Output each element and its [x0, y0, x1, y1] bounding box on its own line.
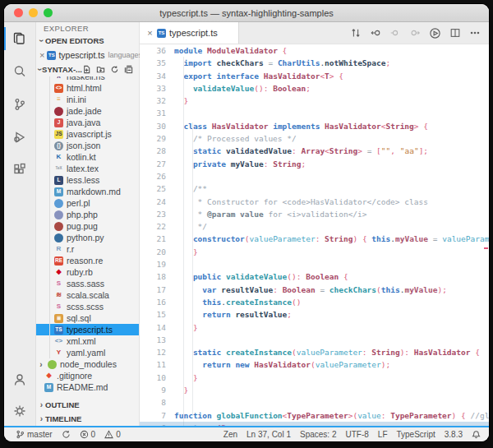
tree-item-ruby-rb[interactable]: ◆ruby.rb	[36, 266, 139, 278]
tree-item-scss-scss[interactable]: Sscss.scss	[36, 301, 139, 312]
overview-ruler-cursor-mark	[484, 247, 488, 249]
node-modules-folder-icon	[48, 360, 57, 369]
code-line[interactable]: 34 export interface HasValidator<T> {	[140, 70, 489, 82]
code-line[interactable]: 33 validateValue(): Boolean;	[140, 82, 489, 95]
run-debug-activity-button[interactable]	[4, 121, 35, 154]
timeline-header[interactable]: › TIMELINE	[36, 412, 139, 426]
account-button[interactable]	[4, 363, 35, 396]
tree-item-latex-tex[interactable]: TeXlatex.tex	[36, 163, 139, 174]
warnings-status[interactable]: 0	[104, 430, 121, 439]
code-editor[interactable]: 36module ModuleValidator {35 import chec…	[140, 44, 489, 426]
refresh-icon[interactable]	[110, 65, 119, 74]
vscode-window: typescript.ts — syntax-highlighting-samp…	[4, 4, 489, 441]
git-branch-status[interactable]: master	[16, 430, 53, 439]
account-icon	[11, 371, 29, 389]
markdown-file-icon: M	[54, 187, 63, 196]
tree-item-yaml-yaml[interactable]: Yyaml.yaml	[36, 347, 139, 358]
close-icon[interactable]: ×	[39, 50, 44, 60]
sync-changes-status[interactable]	[62, 430, 71, 439]
tree-item-r-r[interactable]: Rr.r	[36, 243, 139, 255]
tree-item-xml-xml[interactable]: <>xml.xml	[36, 335, 139, 347]
tree-item-markdown-md[interactable]: Mmarkdown.md	[36, 186, 139, 197]
minimize-window-button[interactable]	[29, 8, 38, 17]
tree-item-javascript-js[interactable]: JSjavascript.js	[36, 128, 139, 140]
tree-item--gitignore[interactable]: ◆.gitignore	[36, 370, 139, 381]
tree-item-sass-sass[interactable]: Ssass.sass	[36, 278, 139, 289]
tree-item-html-html[interactable]: <>html.html	[36, 82, 139, 94]
tree-item-readme-md[interactable]: MREADME.md	[36, 381, 139, 392]
tree-item-less-less[interactable]: Lless.less	[36, 174, 139, 186]
notifications-button[interactable]	[472, 430, 481, 439]
horizontal-scrollbar[interactable]	[140, 422, 489, 426]
collapse-all-icon[interactable]	[124, 65, 133, 74]
tree-item-jade-jade[interactable]: jade.jade	[36, 105, 139, 117]
tree-item-sql-sql[interactable]: ≣sql.sql	[36, 312, 139, 324]
workspace-header[interactable]: › SYNTAX-...	[36, 62, 139, 76]
run-file-icon[interactable]	[429, 27, 441, 39]
source-control-icon	[11, 95, 29, 113]
code-line[interactable]: 36module ModuleValidator {	[140, 44, 489, 57]
compare-changes-icon[interactable]	[350, 27, 362, 39]
extensions-activity-button[interactable]	[4, 154, 35, 187]
open-editors-header[interactable]: › OPEN EDITORS	[36, 34, 139, 48]
less-file-icon: L	[54, 176, 63, 185]
open-editor-item[interactable]: × TS typescript.ts languages	[36, 48, 139, 62]
encoding-setting[interactable]: UTF-8	[345, 430, 368, 439]
tree-item-kotlin-kt[interactable]: Kkotlin.kt	[36, 151, 139, 163]
indent-guide	[192, 122, 193, 414]
outline-header[interactable]: › OUTLINE	[36, 398, 139, 412]
tab-typescript-ts[interactable]: × TS typescript.ts	[140, 22, 239, 44]
java-file-icon: J	[54, 118, 63, 127]
html-file-icon: <>	[54, 84, 63, 93]
source-control-activity-button[interactable]	[4, 88, 35, 121]
tree-item-node-modules[interactable]: ›node_modules	[36, 358, 139, 370]
scss-file-icon: S	[54, 303, 63, 312]
typescript-version[interactable]: 3.8.3	[445, 430, 463, 439]
navigate-back-icon[interactable]	[370, 27, 381, 39]
split-editor-icon[interactable]	[449, 27, 461, 39]
indent-guide	[183, 57, 184, 426]
tree-item-reason-re[interactable]: REreason.re	[36, 255, 139, 266]
python-file-icon	[54, 233, 63, 242]
tree-item-ini-ini[interactable]: ≡ini.ini	[36, 94, 139, 105]
new-folder-icon[interactable]	[96, 65, 105, 74]
settings-button[interactable]	[4, 396, 35, 426]
tree-item-php-php[interactable]: php.php	[36, 209, 139, 220]
tree-item-scala-scala[interactable]: ≋scala.scala	[36, 289, 139, 301]
search-activity-button[interactable]	[4, 55, 35, 88]
zen-indicator[interactable]: Zen	[223, 430, 237, 439]
eol-setting[interactable]: LF	[378, 430, 388, 439]
code-line[interactable]: 32 }	[140, 95, 489, 107]
language-mode[interactable]: TypeScript	[397, 430, 435, 439]
reason-file-icon: RE	[54, 256, 63, 266]
extensions-icon	[11, 161, 29, 179]
tree-item-pug-pug[interactable]: pug.pug	[36, 220, 139, 232]
close-window-button[interactable]	[14, 8, 23, 17]
cursor-position[interactable]: Ln 37, Col 1	[246, 430, 291, 439]
indentation-setting[interactable]: Spaces: 2	[300, 430, 336, 439]
tree-item-python-py[interactable]: python.py	[36, 232, 139, 243]
tree-item-java-java[interactable]: Jjava.java	[36, 117, 139, 128]
navigate-prev-icon[interactable]	[389, 27, 401, 39]
tree-item-haskell-hs[interactable]: λhaskell.hs	[36, 76, 139, 82]
code-line[interactable]: 35 import checkChars = CharUtils.notWhit…	[140, 57, 489, 69]
more-actions-icon[interactable]	[469, 27, 481, 39]
close-tab-icon[interactable]: ×	[146, 28, 154, 38]
tree-item-typescript-ts[interactable]: TStypescript.ts	[36, 324, 139, 335]
chevron-right-icon: ›	[38, 400, 45, 409]
explorer-activity-button[interactable]	[4, 22, 35, 55]
scala-file-icon: ≋	[54, 291, 63, 300]
editor-actions	[350, 22, 489, 44]
gitignore-file-icon: ◆	[44, 372, 53, 381]
zoom-window-button[interactable]	[44, 8, 53, 17]
ruby-file-icon: ◆	[54, 268, 63, 277]
errors-status[interactable]: 0	[80, 430, 96, 439]
code-line[interactable]: 31	[140, 107, 489, 119]
new-file-icon[interactable]	[82, 65, 91, 74]
json-file-icon: {}	[54, 141, 63, 150]
tab-bar: × TS typescript.ts	[140, 22, 489, 44]
tree-item-perl-pl[interactable]: perl.pl	[36, 197, 139, 209]
sql-file-icon: ≣	[54, 314, 63, 323]
navigate-next-icon[interactable]	[409, 27, 421, 39]
tree-item-json-json[interactable]: {}json.json	[36, 140, 139, 151]
